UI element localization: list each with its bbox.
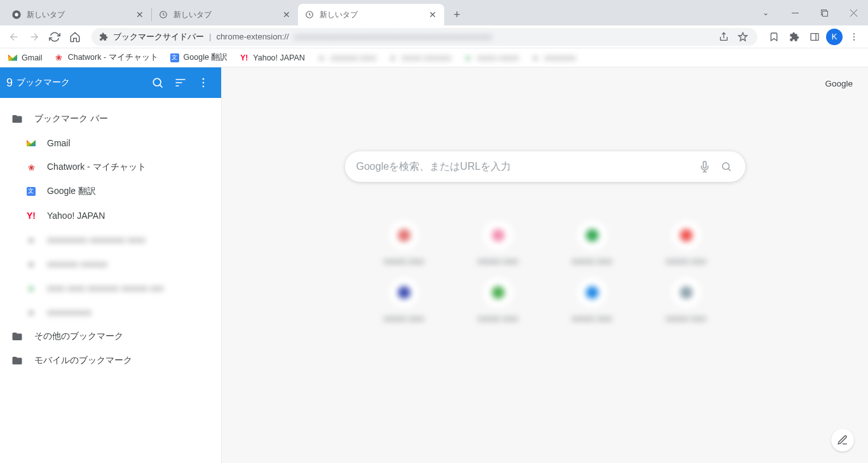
search-input[interactable] — [356, 161, 691, 172]
sidebar-bookmark-item-blurred[interactable]: ●xxxxxxxxx xxxxxxxx xxxx — [0, 228, 221, 252]
sidebar-bookmark-item-blurred[interactable]: ●xxxxxxxxxx — [0, 300, 221, 324]
window-close-button[interactable] — [839, 3, 868, 23]
history-icon — [158, 10, 168, 20]
bookmark-label: Chatwork - マイチャット — [68, 52, 158, 63]
search-icon[interactable] — [719, 159, 734, 174]
bookmark-bar-item[interactable]: Google 翻訳 — [170, 52, 228, 63]
sidebar-list: ブックマーク バー Gmail Chatwork - マイチャット Google… — [0, 98, 221, 463]
ntp-shortcut[interactable]: xxxxxx xxxx — [548, 220, 637, 266]
new-tab-page: Google xxxxxx xxxxxxxxxx xxxxxxxxxx xxxx… — [222, 67, 868, 463]
bookmark-bar-item[interactable]: Chatwork - マイチャット — [54, 52, 158, 63]
svg-point-9 — [853, 39, 855, 40]
share-icon[interactable] — [717, 28, 731, 46]
address-bar[interactable]: ブックマークサイドバー | chrome-extension:// xxxxxx… — [92, 28, 757, 46]
svg-point-12 — [203, 82, 205, 84]
omnibox-url-prefix: chrome-extension:// — [216, 32, 288, 41]
chatwork-icon — [54, 53, 64, 63]
bookmark-label: Google 翻訳 — [47, 186, 96, 197]
bookmarks-bar: Gmail Chatwork - マイチャット Google 翻訳 Y! Yah… — [0, 48, 868, 67]
chatwork-icon — [25, 162, 37, 173]
tab-title: 新しいタブ — [320, 10, 428, 20]
search-icon[interactable] — [146, 71, 169, 94]
tab-search-button[interactable]: ⌄ — [751, 3, 780, 23]
extension-icon — [99, 32, 108, 41]
forward-button[interactable] — [25, 28, 43, 46]
folder-bookmarks-bar[interactable]: ブックマーク バー — [0, 107, 221, 131]
voice-search-icon[interactable] — [697, 159, 712, 174]
sidebar-bookmark-item[interactable]: Chatwork - マイチャット — [0, 155, 221, 179]
search-box[interactable] — [345, 151, 745, 182]
bookmark-list-icon[interactable] — [765, 28, 783, 46]
folder-label: その他のブックマーク — [34, 331, 123, 342]
bookmark-label: Yahoo! JAPAN — [47, 211, 105, 221]
svg-point-11 — [203, 78, 205, 80]
translate-icon — [170, 53, 180, 63]
sidebar-bookmark-item[interactable]: Gmail — [0, 131, 221, 155]
svg-point-10 — [153, 78, 161, 86]
bookmark-sidebar: 9 ブックマーク ブックマーク バー Gmail Chatwork - マイチャ… — [0, 67, 222, 463]
sidebar-bookmark-item-blurred[interactable]: ●xxxx xxxx xxxxxxx xxxxxx xxx — [0, 276, 221, 300]
sidebar-bookmark-item[interactable]: Y! Yahoo! JAPAN — [0, 204, 221, 228]
close-icon[interactable]: ✕ — [135, 10, 145, 20]
sidebar-title: ブックマーク — [17, 77, 146, 88]
profile-avatar[interactable]: K — [826, 29, 843, 45]
omnibox-url-blurred: xxxxxxxxxxxxxxxxxxxxxxxxxxxxxxxxxxxxxxxx… — [294, 32, 712, 41]
sidebar-bookmark-item-blurred[interactable]: ●xxxxxxx xxxxxx — [0, 252, 221, 276]
kebab-menu-icon[interactable] — [192, 71, 215, 94]
bookmark-bar-item[interactable]: Gmail — [8, 53, 43, 63]
sidebar-badge: 9 — [6, 76, 13, 90]
ntp-shortcut[interactable]: xxxxxx xxxx — [642, 220, 731, 266]
extensions-icon[interactable] — [785, 28, 803, 46]
sort-icon[interactable] — [169, 71, 192, 94]
browser-tab-active[interactable]: 新しいタブ ✕ — [298, 4, 444, 25]
omnibox-divider: | — [209, 32, 211, 41]
ntp-shortcut[interactable]: xxxxxx xxxx — [548, 277, 637, 323]
omnibox-title: ブックマークサイドバー — [113, 31, 204, 43]
bookmark-bar-item-blurred[interactable]: ●xxxxx xxxxx — [463, 53, 519, 63]
ntp-shortcut[interactable]: xxxxxx xxxx — [360, 220, 449, 266]
ntp-shortcut[interactable]: xxxxxx xxxx — [360, 277, 449, 323]
svg-point-8 — [853, 36, 855, 37]
svg-rect-6 — [811, 33, 818, 40]
maximize-button[interactable] — [810, 3, 839, 23]
new-tab-button[interactable]: + — [448, 6, 466, 24]
close-icon[interactable]: ✕ — [428, 10, 438, 20]
bookmark-bar-item-blurred[interactable]: ●xxxxxxxx — [531, 53, 576, 63]
tab-title: 新しいタブ — [27, 10, 135, 20]
back-button[interactable] — [5, 28, 23, 46]
svg-point-13 — [203, 86, 205, 88]
translate-icon — [25, 186, 37, 197]
folder-label: ブックマーク バー — [34, 113, 108, 125]
bookmark-label: Gmail — [22, 53, 43, 62]
folder-icon — [11, 355, 23, 366]
bookmark-label: Gmail — [47, 138, 71, 148]
bookmark-bar-item-blurred[interactable]: ●xxxxx xxxxxxx — [388, 53, 451, 63]
kebab-menu-icon[interactable] — [845, 28, 863, 46]
history-icon — [304, 10, 315, 20]
browser-tab[interactable]: 新しいタブ ✕ — [5, 4, 151, 25]
browser-tab[interactable]: 新しいタブ ✕ — [152, 4, 298, 25]
toolbar: ブックマークサイドバー | chrome-extension:// xxxxxx… — [0, 25, 868, 48]
ntp-shortcut[interactable]: xxxxxx xxxx — [454, 277, 543, 323]
minimize-button[interactable] — [780, 3, 810, 23]
sidepanel-icon[interactable] — [806, 28, 824, 46]
tab-strip: 新しいタブ ✕ 新しいタブ ✕ 新しいタブ ✕ + ⌄ — [0, 0, 868, 25]
reload-button[interactable] — [46, 28, 64, 46]
tab-title: 新しいタブ — [173, 10, 281, 20]
star-icon[interactable] — [736, 28, 750, 46]
close-icon[interactable]: ✕ — [281, 10, 292, 20]
google-link[interactable]: Google — [825, 79, 853, 88]
bookmark-bar-item[interactable]: Y! Yahoo! JAPAN — [239, 53, 305, 63]
folder-mobile-bookmarks[interactable]: モバイルのブックマーク — [0, 349, 221, 373]
folder-icon — [11, 113, 23, 125]
yahoo-icon: Y! — [25, 210, 37, 221]
home-button[interactable] — [66, 28, 84, 46]
bookmark-label: Yahoo! JAPAN — [253, 53, 305, 62]
ntp-shortcut[interactable]: xxxxxx xxxx — [454, 220, 543, 266]
svg-rect-5 — [822, 11, 827, 16]
sidebar-bookmark-item[interactable]: Google 翻訳 — [0, 179, 221, 204]
ntp-shortcut[interactable]: xxxxxx xxxx — [642, 277, 731, 323]
bookmark-bar-item-blurred[interactable]: ●xxxxxxx xxxx — [316, 53, 376, 63]
customize-button[interactable] — [831, 429, 854, 452]
folder-other-bookmarks[interactable]: その他のブックマーク — [0, 324, 221, 349]
